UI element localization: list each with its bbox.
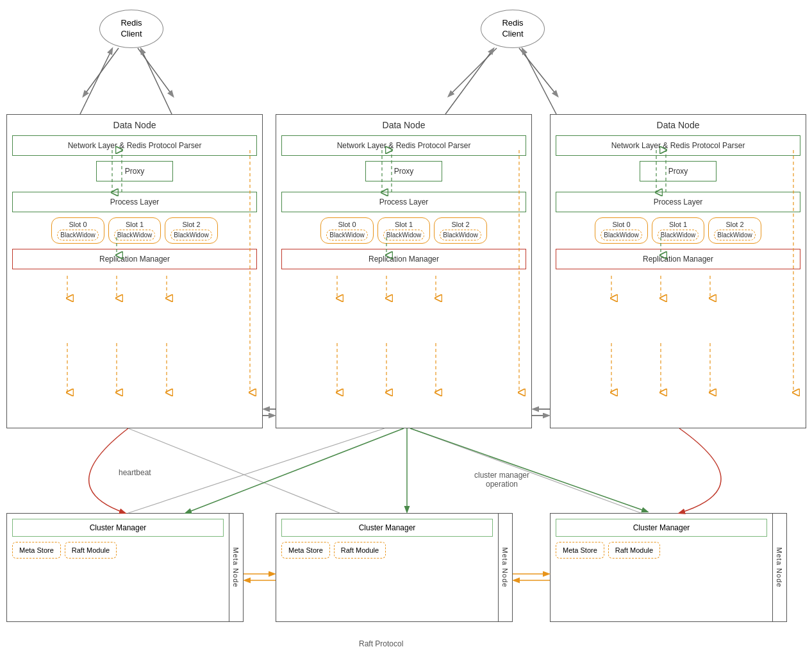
slot-2-1: Slot 2 BlackWidow — [165, 217, 217, 244]
heartbeat-label: heartbeat — [119, 468, 151, 477]
data-node-2-title: Data Node — [281, 120, 526, 130]
svg-line-2 — [80, 49, 112, 114]
svg-line-6 — [445, 49, 493, 114]
slot-container-2: Slot 0 BlackWidow Slot 1 BlackWidow Slot… — [281, 217, 526, 244]
meta-bottom-3: Meta Store Raft Module — [556, 542, 767, 559]
data-node-3: Data Node Network Layer & Redis Protocol… — [550, 114, 806, 428]
data-node-3-title: Data Node — [556, 120, 800, 130]
meta-node-3: Cluster Manager Meta Store Raft Module M… — [550, 513, 787, 622]
process-layer-2: Process Layer — [281, 192, 526, 212]
raft-module-2: Raft Module — [334, 542, 386, 559]
data-node-1-title: Data Node — [12, 120, 257, 130]
network-layer-1: Network Layer & Redis Protocol Parser — [12, 135, 257, 156]
meta-store-1: Meta Store — [12, 542, 61, 559]
cluster-manager-2: Cluster Manager — [281, 519, 493, 537]
slot-1-3: Slot 1 BlackWidow — [652, 217, 704, 244]
slot-2-3: Slot 2 BlackWidow — [708, 217, 761, 244]
network-layer-2: Network Layer & Redis Protocol Parser — [281, 135, 526, 156]
proxy-box-3: Proxy — [640, 161, 717, 181]
svg-line-5 — [519, 48, 558, 96]
raft-protocol-label: Raft Protocol — [359, 639, 403, 648]
meta-node-label-1: Meta Node — [229, 514, 243, 621]
rep-manager-3: Replication Manager — [556, 249, 800, 269]
diagram-container: Redis Client Redis Client Data Node Netw… — [0, 0, 812, 656]
redis-client-1: Redis Client — [99, 10, 163, 48]
meta-store-2: Meta Store — [281, 542, 330, 559]
slot-container-1: Slot 0 BlackWidow Slot 1 BlackWidow Slot… — [12, 217, 257, 244]
svg-line-43 — [128, 428, 385, 513]
redis-client-2: Redis Client — [481, 10, 545, 48]
proxy-box-1: Proxy — [96, 161, 173, 181]
meta-bottom-1: Meta Store Raft Module — [12, 542, 224, 559]
svg-line-4 — [449, 48, 497, 96]
slot-container-3: Slot 0 BlackWidow Slot 1 BlackWidow Slot… — [556, 217, 800, 244]
cluster-manager-op-label: cluster manager operation — [474, 462, 529, 489]
meta-bottom-2: Meta Store Raft Module — [281, 542, 493, 559]
svg-line-1 — [138, 48, 173, 96]
slot-0-2: Slot 0 BlackWidow — [320, 217, 373, 244]
cluster-manager-3: Cluster Manager — [556, 519, 767, 537]
slot-0-1: Slot 0 BlackWidow — [51, 217, 104, 244]
meta-node-label-2: Meta Node — [498, 514, 512, 621]
slot-1-1: Slot 1 BlackWidow — [108, 217, 161, 244]
data-node-1: Data Node Network Layer & Redis Protocol… — [6, 114, 263, 428]
raft-module-1: Raft Module — [65, 542, 117, 559]
process-layer-1: Process Layer — [12, 192, 257, 212]
slot-1-2: Slot 1 BlackWidow — [377, 217, 430, 244]
slot-0-3: Slot 0 BlackWidow — [595, 217, 647, 244]
meta-node-label-3: Meta Node — [772, 514, 786, 621]
svg-line-0 — [83, 48, 119, 96]
proxy-box-2: Proxy — [365, 161, 442, 181]
meta-node-1: Cluster Manager Meta Store Raft Module M… — [6, 513, 244, 622]
rep-manager-2: Replication Manager — [281, 249, 526, 269]
svg-line-3 — [141, 49, 172, 114]
network-layer-3: Network Layer & Redis Protocol Parser — [556, 135, 800, 156]
meta-node-2: Cluster Manager Meta Store Raft Module M… — [276, 513, 513, 622]
slot-2-2: Slot 2 BlackWidow — [434, 217, 486, 244]
cluster-manager-1: Cluster Manager — [12, 519, 224, 537]
data-node-2: Data Node Network Layer & Redis Protocol… — [276, 114, 532, 428]
process-layer-3: Process Layer — [556, 192, 800, 212]
svg-line-7 — [522, 49, 556, 114]
raft-module-3: Raft Module — [608, 542, 660, 559]
meta-store-3: Meta Store — [556, 542, 604, 559]
svg-line-45 — [186, 428, 404, 513]
svg-line-42 — [128, 428, 340, 513]
rep-manager-1: Replication Manager — [12, 249, 257, 269]
